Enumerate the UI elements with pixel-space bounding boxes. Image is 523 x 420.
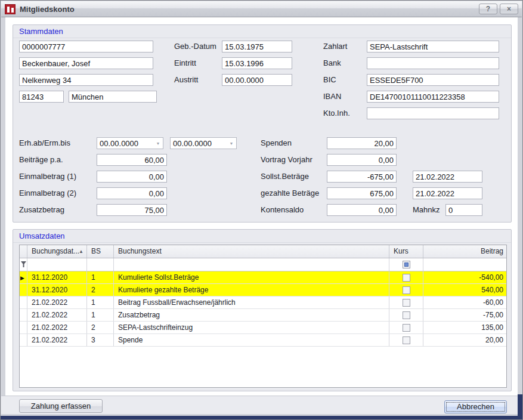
mahnkz-label: Mahnkz <box>413 204 440 216</box>
erh-ab-combo[interactable]: ▼ <box>97 137 163 149</box>
erh-ab-value[interactable] <box>97 138 153 149</box>
cell-buchungsdatum[interactable]: 21.02.2022 <box>27 322 87 333</box>
sollst-field[interactable] <box>327 171 397 183</box>
row-indicator-cell: ▶ <box>20 271 27 283</box>
cell-buchungstext[interactable]: SEPA-Lastschrifteinzug <box>114 322 389 333</box>
cell-beitrag[interactable]: 540,00 <box>423 284 507 296</box>
row-indicator-cell <box>20 309 27 321</box>
gezahlt-field[interactable] <box>327 187 397 199</box>
einmalbetrag2-label: Einmalbetrag (2) <box>19 187 76 199</box>
bank-field[interactable] <box>367 57 499 69</box>
kurs-filter-checkbox[interactable] <box>403 261 410 268</box>
cell-kurs[interactable] <box>389 284 423 296</box>
zip-field[interactable] <box>19 91 64 103</box>
cell-beitrag[interactable]: -540,00 <box>423 271 507 283</box>
cell-buchungstext[interactable]: Spende <box>114 334 389 346</box>
zahlart-field[interactable] <box>367 41 499 52</box>
table-header-row: Buchungsdat... ▲ BS Buchungstext Kurs Be… <box>20 245 506 258</box>
cell-buchungsdatum[interactable]: 21.02.2022 <box>27 309 87 321</box>
cell-bs[interactable]: 2 <box>87 322 114 333</box>
kurs-checkbox[interactable] <box>403 286 410 294</box>
cell-bs[interactable]: 1 <box>87 309 114 321</box>
cell-kurs[interactable] <box>389 334 423 346</box>
cell-kurs[interactable] <box>389 309 423 321</box>
cell-beitrag[interactable]: -60,00 <box>423 297 507 308</box>
cell-beitrag[interactable]: -75,00 <box>423 309 507 321</box>
kurs-checkbox[interactable] <box>403 311 410 319</box>
cell-buchungstext[interactable]: Beitrag Fussball/Erwachsene/jährlich <box>114 297 389 308</box>
bic-field[interactable] <box>367 74 499 86</box>
kurs-checkbox[interactable] <box>403 299 410 307</box>
cell-buchungsdatum[interactable]: 31.12.2020 <box>27 271 87 283</box>
beitraege-label: Beiträge p.a. <box>19 154 63 166</box>
table-row[interactable]: 31.12.2020 2 Kumulierte gezahlte Beträge… <box>20 284 506 297</box>
table-row[interactable]: ▶ 31.12.2020 1 Kumulierte Sollst.Beträge… <box>20 271 506 284</box>
einmalbetrag2-field[interactable] <box>97 187 167 199</box>
spenden-field[interactable] <box>327 137 397 149</box>
cell-buchungsdatum[interactable]: 21.02.2022 <box>27 297 87 308</box>
column-header-bs[interactable]: BS <box>87 245 114 258</box>
ktoinh-field[interactable] <box>367 107 499 119</box>
filter-cell-kurs[interactable] <box>389 258 423 271</box>
filter-cell-bs[interactable] <box>87 258 114 271</box>
cell-bs[interactable]: 3 <box>87 334 114 346</box>
column-header-buchungstext[interactable]: Buchungstext <box>114 245 389 258</box>
close-icon[interactable]: × <box>500 4 518 14</box>
erm-bis-combo[interactable]: ▼ <box>170 137 237 149</box>
cell-buchungstext[interactable]: Kumulierte gezahlte Beträge <box>114 284 389 296</box>
filter-cell-text[interactable] <box>114 258 389 271</box>
street-field[interactable] <box>19 74 153 86</box>
cell-kurs[interactable] <box>389 322 423 333</box>
help-icon[interactable]: ? <box>479 4 497 14</box>
kurs-checkbox[interactable] <box>403 336 410 344</box>
row-indicator-cell <box>20 322 27 333</box>
filter-cell-betrag[interactable] <box>423 258 507 271</box>
cell-buchungsdatum[interactable]: 21.02.2022 <box>27 334 87 346</box>
cell-buchungsdatum[interactable]: 31.12.2020 <box>27 284 87 296</box>
cell-beitrag[interactable]: 135,00 <box>423 322 507 333</box>
vortrag-field[interactable] <box>327 154 397 166</box>
name-field[interactable] <box>19 57 153 69</box>
abbrechen-button[interactable]: Abbrechen <box>444 400 507 413</box>
geb-datum-field[interactable] <box>222 41 292 52</box>
title-bar: Mitgliedskonto ? × <box>1 1 522 17</box>
groupbox-stammdaten-caption: Stammdaten <box>13 25 511 38</box>
kurs-checkbox[interactable] <box>403 324 410 332</box>
filter-cell-datum[interactable] <box>27 258 87 271</box>
cell-kurs[interactable] <box>389 297 423 308</box>
column-header-buchungsdatum[interactable]: Buchungsdat... ▲ <box>27 245 87 258</box>
chevron-down-icon[interactable]: ▼ <box>227 138 236 149</box>
sollst-datum-field[interactable] <box>413 171 482 183</box>
cell-bs[interactable]: 1 <box>87 271 114 283</box>
member-number-field[interactable] <box>19 41 153 52</box>
chevron-down-icon[interactable]: ▼ <box>153 138 163 149</box>
zahlung-erfassen-button[interactable]: Zahlung erfassen <box>19 399 103 413</box>
table-row[interactable]: 21.02.2022 1 Zusatzbetrag -75,00 <box>20 309 506 322</box>
cell-buchungstext[interactable]: Zusatzbetrag <box>114 309 389 321</box>
cell-kurs[interactable] <box>389 271 423 283</box>
eintritt-label: Eintritt <box>174 57 196 69</box>
city-field[interactable] <box>69 91 157 103</box>
cell-bs[interactable]: 2 <box>87 284 114 296</box>
cell-bs[interactable]: 1 <box>87 297 114 308</box>
mahnkz-field[interactable] <box>445 204 482 216</box>
einmalbetrag1-field[interactable] <box>97 171 167 183</box>
austritt-field[interactable] <box>222 74 292 86</box>
cell-beitrag[interactable]: 20,00 <box>423 334 507 346</box>
beitraege-field[interactable] <box>97 154 167 166</box>
zusatzbetrag-field[interactable] <box>97 204 167 216</box>
column-header-kurs[interactable]: Kurs <box>389 245 423 258</box>
groupbox-umsatzdaten: Umsatzdaten Buchungsdat... ▲ BS Buchungs… <box>13 229 512 391</box>
column-header-beitrag[interactable]: Beitrag <box>423 245 507 258</box>
cell-buchungstext[interactable]: Kumulierte Sollst.Beträge <box>114 271 389 283</box>
table-row[interactable]: 21.02.2022 3 Spende 20,00 <box>20 334 506 347</box>
einmalbetrag1-label: Einmalbetrag (1) <box>19 171 76 183</box>
kurs-checkbox[interactable] <box>403 274 410 282</box>
table-row[interactable]: 21.02.2022 1 Beitrag Fussball/Erwachsene… <box>20 297 506 309</box>
erm-bis-value[interactable] <box>171 138 227 149</box>
iban-field[interactable] <box>367 91 499 103</box>
gezahlt-datum-field[interactable] <box>413 187 482 199</box>
eintritt-field[interactable] <box>222 57 292 69</box>
kontensaldo-field[interactable] <box>327 204 397 216</box>
table-row[interactable]: 21.02.2022 2 SEPA-Lastschrifteinzug 135,… <box>20 322 506 334</box>
